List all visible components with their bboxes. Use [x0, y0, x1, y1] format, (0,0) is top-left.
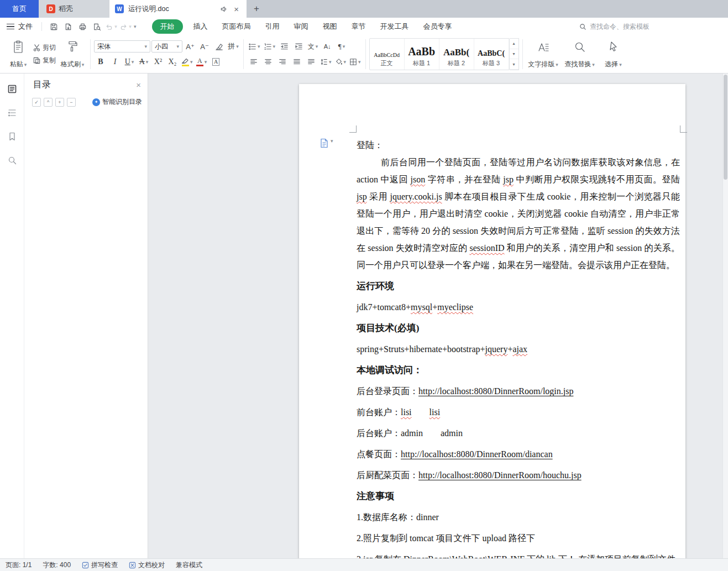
highlight-caret-icon[interactable]: ▾: [190, 59, 193, 65]
format-painter-button[interactable]: 格式刷▾: [58, 38, 87, 70]
style-item-2[interactable]: AaBb(标题 2: [439, 39, 474, 70]
toc-panel-icon[interactable]: [5, 82, 19, 96]
text-tool-caret-icon[interactable]: ▾: [316, 44, 318, 49]
paste-button[interactable]: 粘贴▾: [6, 38, 31, 70]
increase-indent-button[interactable]: [292, 40, 305, 53]
redo-caret-icon[interactable]: ▾: [129, 24, 132, 29]
style-item-1[interactable]: AaBb标题 1: [405, 39, 439, 70]
numbering-caret-icon[interactable]: ▾: [273, 44, 276, 49]
underline-button[interactable]: U▾: [123, 56, 136, 68]
justify-button[interactable]: [290, 56, 303, 68]
style-item-0[interactable]: AaBbCcDd正文: [370, 39, 405, 70]
style-item-3[interactable]: AaBbC(标题 3: [474, 39, 509, 70]
page-tag-button[interactable]: ▾: [320, 138, 333, 148]
clear-format-button[interactable]: [212, 40, 226, 53]
ribbon-tab-7[interactable]: 开发工具: [373, 19, 416, 34]
font-name-select[interactable]: 宋体▾: [94, 40, 150, 53]
undo-caret-icon[interactable]: ▾: [114, 24, 117, 29]
text-tool-button[interactable]: 文▾: [306, 40, 320, 53]
document-content[interactable]: 登陆：前后台同用一个登陆页面，登陆等过用户名访问数据库获取该对象信息，在 act…: [357, 137, 680, 558]
doc-proof-toggle[interactable]: 文档校对: [129, 560, 165, 570]
quick-access-more-icon[interactable]: ▾: [134, 24, 137, 29]
cut-button[interactable]: 剪切: [33, 43, 56, 53]
paste-caret-icon[interactable]: ▾: [24, 62, 27, 67]
numbering-button[interactable]: ▾: [263, 40, 277, 53]
copy-button[interactable]: 复制: [33, 56, 56, 65]
format-painter-caret-icon[interactable]: ▾: [82, 62, 85, 67]
compat-mode-indicator[interactable]: 兼容模式: [176, 560, 202, 570]
borders-button[interactable]: ▾: [348, 56, 362, 68]
paragraph-marks-caret-icon[interactable]: ▾: [343, 44, 345, 49]
strikethrough-caret-icon[interactable]: ▾: [146, 59, 149, 65]
smart-toc-button[interactable]: ✦ 智能识别目录: [92, 97, 142, 107]
docer-tab[interactable]: D 稻壳: [39, 0, 109, 18]
subscript-button[interactable]: X₂: [166, 56, 179, 68]
find-replace-button[interactable]: 查找替换▾: [561, 38, 599, 70]
toc-locate-button[interactable]: ✓: [32, 98, 41, 107]
styles-gallery-up-button[interactable]: ▴: [510, 39, 518, 49]
align-right-button[interactable]: [276, 56, 289, 68]
bookmark-panel-icon[interactable]: [5, 130, 19, 143]
search-panel-icon[interactable]: [5, 154, 19, 167]
command-search[interactable]: 查找命令、搜索模板: [579, 22, 650, 32]
decrease-font-button[interactable]: A⁻: [198, 40, 211, 53]
spell-check-toggle[interactable]: 拼写检查: [82, 560, 118, 570]
decrease-indent-button[interactable]: [277, 40, 291, 53]
speaker-icon[interactable]: [220, 6, 227, 13]
print-button[interactable]: [75, 20, 90, 33]
redo-button[interactable]: ▾: [118, 20, 133, 33]
ribbon-tab-8[interactable]: 会员专享: [416, 19, 459, 34]
ribbon-tab-4[interactable]: 审阅: [287, 19, 316, 34]
font-size-select[interactable]: 小四▾: [151, 40, 182, 53]
print-preview-button[interactable]: [90, 20, 104, 33]
styles-gallery-more-button[interactable]: ▾: [510, 59, 518, 70]
find-replace-caret-icon[interactable]: ▾: [592, 62, 595, 67]
phonetic-guide-button[interactable]: 拼▾: [227, 40, 240, 53]
line-spacing-caret-icon[interactable]: ▾: [329, 59, 332, 65]
home-tab[interactable]: 首页: [0, 0, 39, 18]
file-menu[interactable]: 文件: [18, 22, 33, 32]
paragraph-marks-button[interactable]: ¶▾: [335, 40, 348, 53]
underline-caret-icon[interactable]: ▾: [132, 59, 134, 65]
export-pdf-button[interactable]: [61, 20, 75, 33]
toc-panel-close-icon[interactable]: ×: [136, 81, 141, 89]
ribbon-tab-0[interactable]: 开始: [152, 19, 183, 34]
line-spacing-button[interactable]: ▾: [319, 56, 333, 68]
select-caret-icon[interactable]: ▾: [619, 62, 622, 67]
sort-button[interactable]: A↓: [321, 40, 334, 53]
phonetic-caret-icon[interactable]: ▾: [236, 44, 239, 49]
bullets-caret-icon[interactable]: ▾: [258, 44, 260, 49]
toc-collapse-all-button[interactable]: −: [67, 98, 76, 107]
borders-caret-icon[interactable]: ▾: [358, 59, 361, 65]
toc-panel-body[interactable]: [24, 111, 148, 558]
text-layout-caret-icon[interactable]: ▾: [556, 62, 558, 67]
toc-expand-all-button[interactable]: +: [55, 98, 64, 107]
scrollbar-thumb[interactable]: [724, 75, 727, 180]
shading-button[interactable]: ▾: [334, 56, 348, 68]
distribute-button[interactable]: [305, 56, 318, 68]
select-button[interactable]: 选择▾: [599, 38, 628, 70]
bold-button[interactable]: B: [94, 56, 107, 68]
document-tab[interactable]: W 运行说明.doc ×: [109, 0, 247, 18]
page-tag-caret-icon[interactable]: ▾: [331, 138, 333, 144]
vertical-scrollbar[interactable]: [722, 74, 728, 558]
styles-gallery-down-button[interactable]: ▾: [510, 49, 518, 60]
main-menu-icon[interactable]: [7, 24, 14, 30]
outline-panel-icon[interactable]: [5, 106, 19, 119]
text-layout-button[interactable]: 文字排版▾: [526, 38, 561, 70]
page-indicator[interactable]: 页面: 1/1: [6, 560, 32, 570]
ribbon-tab-5[interactable]: 视图: [316, 19, 344, 34]
ribbon-tab-2[interactable]: 页面布局: [215, 19, 258, 34]
ribbon-tab-3[interactable]: 引用: [258, 19, 287, 34]
new-tab-button[interactable]: +: [247, 0, 266, 18]
bullets-button[interactable]: ▾: [247, 40, 261, 53]
superscript-button[interactable]: X²: [151, 56, 165, 68]
italic-button[interactable]: I: [108, 56, 122, 68]
font-color-caret-icon[interactable]: ▾: [205, 59, 207, 65]
font-color-button[interactable]: A ▾: [195, 56, 208, 68]
shading-caret-icon[interactable]: ▾: [344, 59, 347, 65]
document-page[interactable]: ▾ 登陆：前后台同用一个登陆页面，登陆等过用户名访问数据库获取该对象信息，在 a…: [299, 84, 685, 558]
ribbon-tab-1[interactable]: 插入: [186, 19, 215, 34]
word-count[interactable]: 字数: 400: [43, 560, 71, 570]
tab-close-icon[interactable]: ×: [232, 4, 241, 14]
